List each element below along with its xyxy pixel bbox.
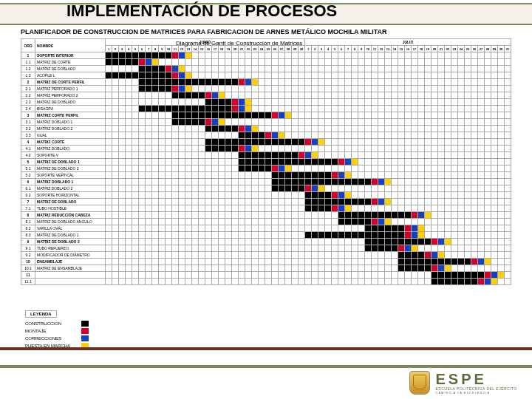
table-row: 11.1 (21, 279, 511, 285)
table-row: 2MATRIZ DE CORTE PERFIL (21, 79, 511, 86)
table-row: 10ENSAMBLAJE (21, 259, 511, 265)
table-row: 8.3MATRIZ DE DOBLADO 1 (21, 232, 511, 239)
table-row: 1SOPORTE INTERIOR (21, 52, 511, 59)
table-row: 1.1MATRIZ DE CORTE (21, 59, 511, 66)
chart-subtitle: Diagrama de Gantt de Construcción de Mat… (176, 40, 302, 47)
table-row: 3.3GUAL (21, 132, 511, 139)
table-row: 4.1MATRIZ DOBLADO (21, 146, 511, 152)
table-row: 8.2VARILLA OVAL (21, 225, 511, 232)
table-row: 2.3MATRIZ DE DOBLADO (21, 99, 511, 106)
table-row: 6.1MATRIZ DOBLADO 2 (21, 185, 511, 192)
table-row: 1.3ACOPLE L (21, 72, 511, 79)
table-row: 1.2MATRIZ DE DOBLADO (21, 66, 511, 72)
table-row: 3.2MATRIZ DOBLADO 2 (21, 126, 511, 132)
table-row: 2.2MATRIZ PERFORADO 2 (21, 92, 511, 99)
legend-item: CONSTRUCCION (25, 321, 89, 327)
table-row: 5MATRIZ DE DOBLADO 1 (21, 159, 511, 166)
table-row: 6.2SOPORTE HORIZONTAL (21, 192, 511, 199)
logo-sub2: CAMINO A LA EXCELENCIA (436, 391, 517, 395)
chart-panel: PLANIFICADOR DE CONSTRUCCION DE MATRICES… (21, 28, 517, 338)
table-row: 11 (21, 272, 511, 279)
legend-title: LEYENDA (25, 310, 57, 318)
table-row: 4.2SOPORTE V (21, 152, 511, 159)
logo-text: ESPE (436, 372, 517, 386)
page-title: IMPLEMENTACIÓN DE PROCESOS (66, 1, 337, 21)
chart-title: PLANIFICADOR DE CONSTRUCCION DE MATRICES… (21, 28, 517, 35)
table-row: 5.1MATRIZ DE DOBLADO 2 (21, 166, 511, 172)
table-row: 3.1MATRIZ DOBLADO 1 (21, 119, 511, 126)
legend: LEYENDA CONSTRUCCIONMONTAJECORRECCIONESP… (25, 310, 89, 349)
legend-item: MONTAJE (25, 328, 89, 334)
table-row: 2.1MATRIZ PERFORADO 1 (21, 86, 511, 92)
table-row: 5.2SOPORTE VERTICAL (21, 172, 511, 179)
table-row: 8MATRIZ REDUCCIÓN CABEZA (21, 212, 511, 219)
table-row: 10.1MATRIZ DE ENSAMBLAJE (21, 265, 511, 272)
table-row: 8.1MATRIZ DE DOBLADO ANGULO (21, 219, 511, 225)
legend-item: CORRECCIONES (25, 335, 89, 341)
table-row: 4MATRIZ CORTE (21, 139, 511, 146)
table-row: 3MATRIZ CORTE PERFIL (21, 112, 511, 119)
footer-band (0, 347, 532, 368)
footer-logo: ESPE ESCUELA POLITÉCNICA DEL EJÉRCITO CA… (409, 371, 517, 395)
table-row: 7.1TUBO HOSTIBLE (21, 205, 511, 212)
table-row: 7MATRIZ DE DOBLADO (21, 199, 511, 205)
table-row: 9.2MODIFICADOR DE DIÁMETRO (21, 252, 511, 259)
table-row: 9.1TUBO REFUERZO (21, 245, 511, 252)
gantt-table: ORDNOMBREJUNIOJULIO123456789101112131415… (21, 38, 511, 285)
table-row: 2.4BISAGRA (21, 106, 511, 112)
table-row: 6MATRIZ DOBLADO 1 (21, 179, 511, 185)
table-row: 9MATRIZ DE DOBLADO 2 (21, 239, 511, 245)
shield-icon (409, 371, 430, 395)
